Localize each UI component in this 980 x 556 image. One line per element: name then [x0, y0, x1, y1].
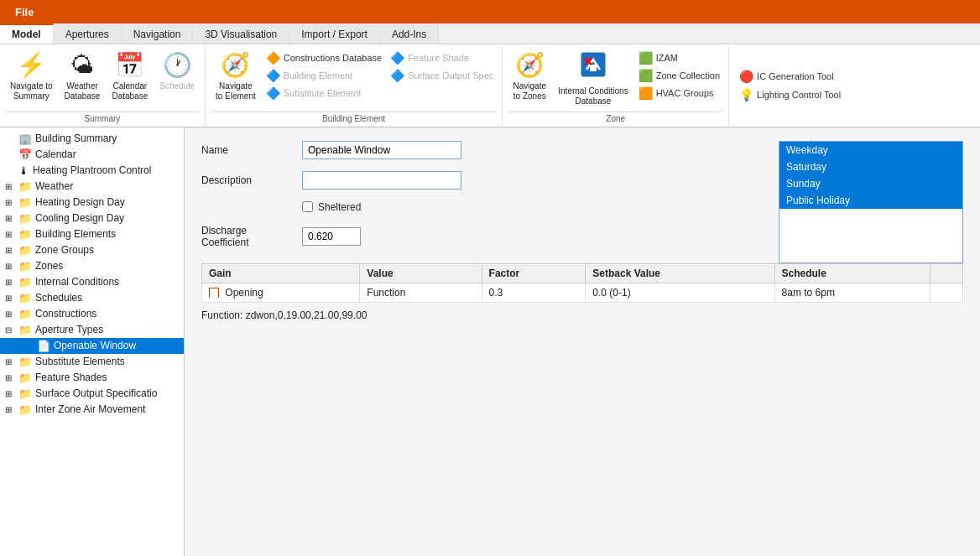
sidebar-item-heating-plantroom[interactable]: 🌡 Heating Plantroom Control — [0, 163, 184, 179]
sidebar-item-schedules[interactable]: ⊞ 📁 Schedules — [0, 290, 184, 306]
internal-conditions-database-button[interactable]: Internal ConditionsDatabase — [553, 48, 633, 110]
sidebar-item-zones[interactable]: ⊞ 📁 Zones — [0, 258, 184, 274]
navigate-to-element-button[interactable]: 🧭 Navigateto Element — [211, 48, 261, 105]
cooling-design-icon: 📁 — [18, 212, 32, 225]
expand-icon: ⊞ — [5, 389, 15, 398]
sidebar-weather-label: Weather — [35, 180, 73, 192]
sidebar-item-surface-output[interactable]: ⊞ 📁 Surface Output Specificatio — [0, 386, 184, 402]
weather-database-button[interactable]: 🌤 WeatherDatabase — [60, 48, 106, 105]
surface-output-spec-icon: 🔷 — [390, 69, 404, 82]
sidebar-item-feature-shades[interactable]: ⊞ 📁 Feature Shades — [0, 370, 184, 386]
tab-apertures[interactable]: Apertures — [54, 23, 122, 44]
sidebar-item-openable-window[interactable]: 📄 Openable Window — [0, 338, 184, 354]
weather-label: WeatherDatabase — [65, 81, 101, 101]
heating-design-icon: 📁 — [18, 196, 32, 209]
sidebar-item-cooling-design[interactable]: ⊞ 📁 Cooling Design Day — [0, 210, 184, 226]
weather-sidebar-icon: 📁 — [18, 180, 32, 193]
navigate-to-summary-button[interactable]: ⚡ Navigate toSummary — [5, 48, 58, 105]
tab-import-export[interactable]: Import / Export — [289, 23, 380, 44]
hvac-groups-label: HVAC Groups — [656, 88, 714, 98]
sidebar-cooling-design-label: Cooling Design Day — [35, 212, 124, 224]
expand-icon: ⊞ — [5, 309, 15, 319]
file-tab[interactable]: File — [0, 0, 49, 23]
sidebar-aperture-types-label: Aperture Types — [35, 324, 103, 335]
izam-button[interactable]: 🟩 IZAM — [635, 49, 723, 66]
sidebar-item-building-elements[interactable]: ⊞ 📁 Building Elements — [0, 226, 184, 242]
feature-shades-icon: 📁 — [18, 372, 32, 384]
zone-collection-button[interactable]: 🟩 Zone Collection — [635, 67, 723, 84]
ic-generation-tool-button[interactable]: 🔴 IC Generation Tool — [736, 68, 844, 85]
schedule-button[interactable]: 🕐 Schedule — [154, 48, 200, 95]
name-input[interactable] — [302, 141, 461, 159]
substitute-elements-icon: 📁 — [18, 356, 32, 368]
building-small-col1: 🔶 Constructions Database 🔷 Building Elem… — [263, 49, 385, 101]
izam-icon: 🟩 — [639, 51, 653, 65]
lighting-control-icon: 💡 — [739, 88, 753, 101]
sidebar-item-constructions[interactable]: ⊞ 📁 Constructions — [0, 306, 184, 322]
description-row: Description — [201, 171, 753, 190]
day-item-weekday[interactable]: Weekday — [779, 142, 962, 158]
internal-conditions-label: Internal ConditionsDatabase — [558, 86, 628, 107]
tab-navigation[interactable]: Navigation — [122, 23, 194, 44]
discharge-row: DischargeCoefficient — [201, 225, 753, 248]
sidebar-item-calendar[interactable]: 📅 Calendar — [0, 147, 184, 163]
sidebar-item-heating-design[interactable]: ⊞ 📁 Heating Design Day — [0, 195, 184, 210]
sidebar-schedules-label: Schedules — [35, 292, 82, 304]
right-tools: 🔴 IC Generation Tool 💡 Lighting Control … — [729, 46, 851, 125]
day-item-sunday[interactable]: Sunday — [779, 175, 962, 192]
ribbon-group-zone: 🧭 Navigateto Zones Internal ConditionsDa… — [503, 46, 729, 125]
inter-zone-icon: 📁 — [18, 403, 32, 416]
navigate-to-zones-button[interactable]: 🧭 Navigateto Zones — [508, 48, 551, 105]
expand-icon: ⊞ — [5, 230, 15, 239]
tab-add-ins[interactable]: Add-Ins — [380, 23, 439, 44]
col-gain: Gain — [202, 263, 360, 283]
sidebar-item-inter-zone[interactable]: ⊞ 📁 Inter Zone Air Movement — [0, 402, 184, 418]
sidebar-constructions-label: Constructions — [35, 308, 96, 320]
ribbon-group-building-label: Building Element — [211, 112, 497, 123]
svg-rect-1 — [590, 65, 597, 71]
substitute-element-icon: 🔷 — [266, 86, 280, 100]
calendar-database-button[interactable]: 📅 CalendarDatabase — [107, 48, 153, 105]
top-bar: File — [0, 0, 980, 23]
sidebar-item-building-summary[interactable]: 🏢 Building Summary — [0, 131, 184, 147]
sidebar-item-substitute-elements[interactable]: ⊞ 📁 Substitute Elements — [0, 354, 184, 370]
main-area: 🏢 Building Summary 📅 Calendar 🌡 Heating … — [0, 127, 980, 556]
table-row[interactable]: Opening Function 0.3 0.0 (0-1) 8am to 6p… — [202, 283, 963, 302]
zone-small-col: 🟩 IZAM 🟩 Zone Collection 🟧 HVAC Groups — [635, 49, 723, 101]
cell-factor: 0.3 — [482, 283, 586, 302]
sidebar-item-aperture-types[interactable]: ⊟ 📁 Aperture Types — [0, 322, 184, 338]
day-item-public-holiday[interactable]: Public Holiday — [779, 192, 962, 209]
description-input[interactable] — [302, 171, 461, 190]
content-area: Name Description Sheltered DischargeCoef… — [185, 127, 980, 556]
sidebar-item-weather[interactable]: ⊞ 📁 Weather — [0, 179, 184, 195]
discharge-input[interactable] — [302, 227, 361, 246]
internal-conditions-icon — [580, 51, 607, 85]
ribbon-zone-buttons: 🧭 Navigateto Zones Internal ConditionsDa… — [508, 48, 723, 110]
expand-icon: ⊞ — [5, 405, 15, 414]
sidebar-internal-conditions-label: Internal Conditions — [35, 276, 119, 288]
day-item-saturday[interactable]: Saturday — [779, 158, 962, 175]
calendar-label: CalendarDatabase — [112, 81, 148, 101]
substitute-element-button: 🔷 Substitute Element — [263, 85, 385, 101]
sheltered-checkbox[interactable] — [302, 201, 313, 212]
tab-model[interactable]: Model — [0, 23, 54, 44]
building-element-label: Building Element — [284, 70, 353, 81]
tab-3d-visualisation[interactable]: 3D Visualisation — [193, 23, 289, 44]
sidebar-openable-window-label: Openable Window — [54, 340, 136, 351]
cell-gain: Opening — [202, 283, 360, 302]
hvac-groups-button[interactable]: 🟧 HVAC Groups — [635, 85, 723, 101]
surface-output-spec-label: Surface Output Spec — [408, 70, 493, 81]
schedules-icon: 📁 — [18, 292, 32, 304]
lighting-control-tool-button[interactable]: 💡 Lighting Control Tool — [736, 86, 844, 103]
sidebar-item-zone-groups[interactable]: ⊞ 📁 Zone Groups — [0, 242, 184, 258]
description-label: Description — [201, 174, 302, 186]
feature-shade-label: Feature Shade — [408, 53, 469, 63]
sidebar: 🏢 Building Summary 📅 Calendar 🌡 Heating … — [0, 127, 185, 556]
ribbon: ⚡ Navigate toSummary 🌤 WeatherDatabase 📅… — [0, 44, 980, 127]
lighting-control-label: Lighting Control Tool — [757, 90, 841, 100]
discharge-label: DischargeCoefficient — [201, 225, 302, 248]
day-list: Weekday Saturday Sunday Public Holiday — [779, 141, 963, 263]
constructions-database-button[interactable]: 🔶 Constructions Database — [263, 49, 385, 66]
building-summary-icon: 🏢 — [18, 133, 32, 145]
sidebar-item-internal-conditions[interactable]: ⊞ 📁 Internal Conditions — [0, 274, 184, 290]
